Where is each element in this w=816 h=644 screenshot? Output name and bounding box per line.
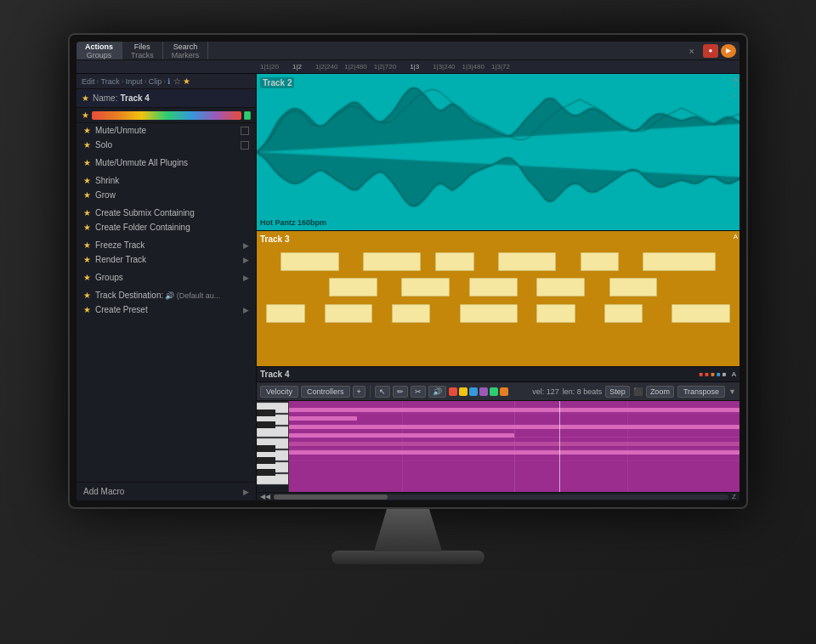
solo-checkbox[interactable] [241, 141, 249, 150]
scrollbar-area[interactable]: ◀◀ Z [257, 492, 740, 500]
pr-note-line-2 [289, 416, 357, 421]
star-color-icon: ★ [82, 110, 89, 120]
color-gradient-bar[interactable] [92, 111, 241, 120]
piano-keys-svg [257, 401, 289, 492]
star-grow-icon: ★ [83, 190, 91, 200]
menu-item-shrink[interactable]: ★ Shrink [76, 173, 256, 188]
color-dot-blue[interactable] [469, 387, 478, 396]
track-4-edge-btn[interactable]: A [732, 370, 736, 378]
tab-markers-label: Markers [172, 51, 200, 59]
mute-label: Mute/Unmute [95, 126, 146, 135]
controllers-button[interactable]: Controllers [301, 386, 350, 398]
breadcrumb-input[interactable]: Input [126, 77, 143, 86]
menu-item-groups[interactable]: ★ Groups ▶ [76, 270, 256, 285]
track-3-edge-btn[interactable]: A [734, 233, 738, 240]
menu-item-render[interactable]: ★ Render Track ▶ [76, 252, 256, 267]
pr-info: vel: 127 len: 8 beats Step ⬛ Zoom Transp… [532, 386, 736, 398]
pr-note-line-4 [289, 433, 514, 438]
freeze-label: Freeze Track [95, 240, 144, 250]
pr-zoom-button[interactable]: Zoom [646, 386, 674, 398]
midi-note-12 [266, 304, 304, 323]
marker-4: 1|2|480 [341, 63, 370, 71]
track-2-waveform [257, 74, 740, 230]
pr-transpose-button[interactable]: Transpose [677, 386, 725, 398]
info-icon[interactable]: ℹ [167, 77, 170, 86]
breadcrumb-clip[interactable]: Clip [149, 77, 162, 86]
track-2-edge-btn[interactable]: A [734, 76, 738, 83]
star-name-icon: ★ [82, 93, 89, 103]
color-bar-row: ★ [76, 108, 256, 123]
color-dot-orange[interactable] [500, 387, 508, 396]
render-arrow-icon: ▶ [243, 256, 249, 264]
midi-note-17 [604, 304, 643, 323]
star-mutepl-icon: ★ [83, 158, 91, 167]
playback-cursor [559, 401, 560, 492]
play-button[interactable]: ▶ [721, 44, 736, 58]
pianoroll-notes-area[interactable] [289, 401, 740, 492]
pr-len: len: 8 beats [563, 387, 603, 396]
svg-rect-8 [257, 410, 275, 416]
color-dot-yellow[interactable] [459, 387, 468, 396]
menu-item-grow[interactable]: ★ Grow [76, 188, 256, 202]
sidebar: Edit › Track › Input › Clip › ℹ ☆ [76, 74, 257, 500]
close-tab-button[interactable]: × [684, 42, 700, 59]
color-dot-red[interactable] [449, 387, 457, 396]
marker-2: 1|2 [282, 63, 312, 71]
menu-item-mute[interactable]: ★ Mute/Unmute [76, 123, 256, 138]
velocity-button[interactable]: Velocity [260, 386, 298, 398]
breadcrumb-sep-1: › [97, 77, 99, 86]
pr-note-line-3 [289, 425, 740, 429]
track-2-scroll-down[interactable]: ⌄ [732, 91, 738, 99]
marker-6: 1|3 [400, 63, 429, 71]
menu-item-destination[interactable]: ★ Track Destination: 🔊 (Default au... [76, 288, 256, 302]
track-2: Track 2 Hot Pantz 160bpm A ⌃ ⌄ [257, 74, 740, 231]
pr-step-button[interactable]: Step [605, 386, 630, 398]
scroll-left-btn[interactable]: ◀◀ [260, 493, 270, 500]
midi-note-15 [460, 304, 518, 323]
midi-note-16 [536, 304, 575, 323]
add-macro-arrow-icon: ▶ [243, 488, 249, 496]
tool-pencil-button[interactable]: ✏ [393, 386, 408, 398]
marker-5: 1|2|720 [371, 63, 400, 71]
tool-scissor-button[interactable]: ✂ [411, 386, 426, 398]
tab-files-group[interactable]: Files Tracks [122, 42, 163, 59]
midi-note-4 [498, 252, 556, 271]
star-filled-icon[interactable]: ★ [183, 76, 190, 86]
scrollbar-thumb[interactable] [274, 494, 388, 500]
menu-bar: Actions Groups Files Tracks Search Marke… [76, 42, 740, 60]
menu-item-preset[interactable]: ★ Create Preset ▶ [76, 302, 256, 317]
breadcrumb-sep-3: › [144, 77, 147, 86]
main-area: Edit › Track › Input › Clip › ℹ ☆ [76, 74, 740, 500]
breadcrumb-track[interactable]: Track [101, 77, 120, 86]
pr-dropdown-icon[interactable]: ▼ [728, 387, 736, 396]
tool-speaker-button[interactable]: 🔊 [428, 386, 446, 398]
star-bookmark-icon[interactable]: ☆ [173, 76, 181, 86]
scrollbar-track[interactable] [274, 494, 728, 500]
breadcrumb-edit[interactable]: Edit [82, 77, 95, 86]
track-4-label: Track 4 [260, 370, 289, 379]
menu-item-mute-plugins[interactable]: ★ Mute/Unmute All Plugins [76, 155, 256, 170]
piano-keys [257, 401, 289, 492]
tab-actions-group[interactable]: Actions Groups [76, 42, 122, 59]
color-dot-purple[interactable] [479, 387, 488, 396]
menu-item-folder[interactable]: ★ Create Folder Containing [76, 220, 256, 234]
preset-arrow-icon: ▶ [243, 306, 249, 314]
color-dot-green[interactable] [490, 387, 498, 396]
menu-item-freeze[interactable]: ★ Freeze Track ▶ [76, 238, 256, 252]
tool-select-button[interactable]: ↖ [375, 386, 390, 398]
tab-search-group[interactable]: Search Markers [163, 42, 209, 59]
star-render-icon: ★ [83, 255, 91, 264]
midi-note-5 [581, 252, 619, 271]
mute-checkbox[interactable] [241, 127, 249, 135]
star-solo-icon: ★ [83, 140, 91, 150]
star-preset-icon: ★ [83, 305, 91, 314]
record-button[interactable]: ● [703, 44, 718, 58]
marker-8: 1|3|480 [459, 63, 488, 71]
menu-item-solo[interactable]: ★ Solo [76, 138, 256, 152]
menu-item-submix[interactable]: ★ Create Submix Containing [76, 206, 256, 220]
midi-note-14 [392, 304, 430, 323]
add-macro-label: Add Macro [83, 487, 124, 496]
svg-rect-9 [257, 421, 275, 428]
add-controller-button[interactable]: + [353, 386, 366, 398]
add-macro-button[interactable]: Add Macro ▶ [76, 482, 256, 500]
